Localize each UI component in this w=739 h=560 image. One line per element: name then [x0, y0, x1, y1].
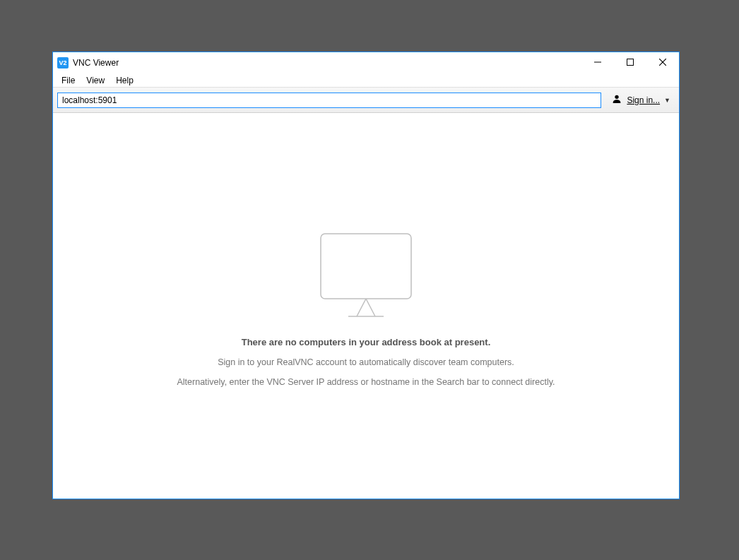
svg-rect-1 — [627, 59, 634, 66]
monitor-icon — [320, 233, 412, 320]
empty-line1: Sign in to your RealVNC account to autom… — [218, 357, 514, 367]
app-icon-label: V2 — [59, 59, 66, 66]
svg-rect-5 — [321, 234, 411, 299]
minimize-button[interactable] — [581, 52, 614, 73]
maximize-icon — [627, 58, 634, 68]
minimize-icon — [594, 58, 601, 68]
svg-line-6 — [357, 299, 366, 316]
svg-point-4 — [615, 95, 619, 99]
menu-view[interactable]: View — [81, 74, 110, 87]
empty-line2: Alternatively, enter the VNC Server IP a… — [177, 377, 555, 387]
window-controls — [581, 52, 679, 73]
app-icon: V2 — [57, 57, 69, 68]
content-area: There are no computers in your address b… — [53, 113, 679, 499]
titlebar: V2 VNC Viewer — [53, 52, 679, 73]
close-button[interactable] — [646, 52, 679, 73]
window-title: VNC Viewer — [73, 58, 581, 68]
svg-line-7 — [366, 299, 375, 316]
chevron-down-icon: ▼ — [664, 97, 670, 104]
menubar: File View Help — [53, 73, 679, 88]
maximize-button[interactable] — [614, 52, 646, 73]
toolbar: Sign in... ▼ — [53, 88, 679, 113]
signin-label: Sign in... — [627, 95, 660, 105]
signin-button[interactable]: Sign in... ▼ — [607, 93, 675, 107]
close-icon — [659, 58, 666, 68]
menu-help[interactable]: Help — [110, 74, 139, 87]
address-input[interactable] — [57, 93, 601, 108]
app-window: V2 VNC Viewer File View Help — [52, 52, 680, 499]
user-icon — [611, 93, 622, 107]
empty-headline: There are no computers in your address b… — [242, 337, 491, 347]
menu-file[interactable]: File — [56, 74, 81, 87]
